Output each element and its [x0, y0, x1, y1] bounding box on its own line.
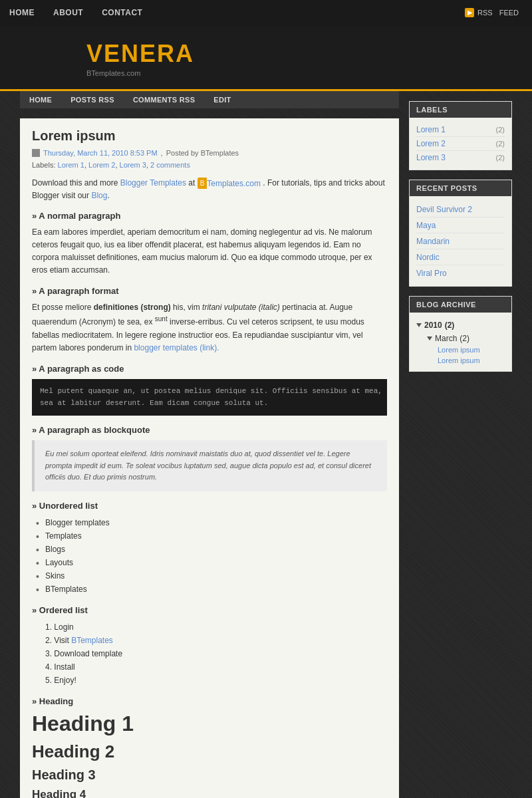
paragraph-format-text: Et posse meliore definitiones (strong) h… — [32, 301, 387, 354]
labels-widget-title: LABELS — [410, 102, 511, 118]
comments-link[interactable]: 2 comments — [150, 161, 190, 169]
blog-post: Lorem ipsum Thursday, March 11, 2010 8:5… — [20, 118, 399, 798]
archive-title: BLOG ARCHIVE — [410, 297, 511, 313]
list-item: Login — [45, 620, 387, 634]
post-nav-edit[interactable]: EDIT — [204, 91, 240, 108]
recent-post-link-3[interactable]: Mandarin — [416, 237, 450, 246]
archive-month-name: March — [435, 334, 457, 343]
label-2[interactable]: Lorem 2 — [88, 161, 115, 169]
list-item: Blogs — [45, 543, 387, 556]
labels-widget: LABELS Lorem 1 (2) Lorem 2 (2) Lorem 3 (… — [409, 101, 512, 170]
normal-paragraph: Ea eam labores imperdiet, aperiam democr… — [32, 226, 387, 277]
nav-about[interactable]: ABOUT — [44, 5, 92, 20]
btemplates-ordered-link[interactable]: BTemplates — [71, 636, 113, 645]
list-item: Templates — [45, 529, 387, 543]
post-date[interactable]: Thursday, March 11, 2010 8:53 PM — [43, 149, 158, 157]
unordered-heading: » Unordered list — [32, 501, 387, 511]
posted-by: Posted by BTemplates — [166, 149, 239, 157]
nav-links: HOME ABOUT CONTACT — [0, 5, 152, 20]
archive-year[interactable]: 2010 (2) — [416, 318, 505, 332]
list-item: Blogger templates — [45, 516, 387, 529]
btemplates-logo: BTemplates.com — [198, 178, 261, 190]
normal-para-heading: » A normal paragraph — [32, 211, 387, 221]
label-link-2[interactable]: Lorem 2 — [416, 139, 446, 148]
list-item: Download template — [45, 647, 387, 660]
label-1[interactable]: Lorem 1 — [58, 161, 84, 169]
heading-section-label: » Heading — [32, 696, 387, 706]
label-item: Lorem 2 (2) — [416, 137, 505, 151]
post-nav-bar: HOME POSTS RSS COMMENTS RSS EDIT — [20, 91, 399, 108]
content-area: HOME POSTS RSS COMMENTS RSS EDIT Lorem i… — [20, 91, 399, 798]
archive-post-link-1[interactable]: Lorem ipsum — [438, 346, 480, 354]
intro-text: Download this and more — [32, 178, 118, 188]
nav-contact[interactable]: CONTACT — [92, 5, 152, 20]
blockquote-heading: » A paragraph as blockquote — [32, 425, 387, 435]
archive-post: Lorem ipsum — [416, 344, 505, 355]
list-item: Install — [45, 660, 387, 674]
rss-area: ▶ RSS FEED — [465, 8, 532, 17]
sidebar: LABELS Lorem 1 (2) Lorem 2 (2) Lorem 3 (… — [399, 91, 512, 798]
recent-post-link-2[interactable]: Maya — [416, 221, 436, 230]
blockquote: Eu mei solum oporteat eleifend. Idris no… — [32, 440, 387, 491]
code-heading: » A paragraph as code — [32, 364, 387, 374]
recent-post-item: Mandarin — [416, 233, 505, 249]
label-link-1[interactable]: Lorem 1 — [416, 125, 446, 134]
recent-posts-widget: RECENT POSTS Devil Survivor 2 Maya Manda… — [409, 180, 512, 287]
feed-label: FEED — [499, 9, 519, 17]
triangle-down-icon — [427, 336, 432, 340]
blogger-templates-link[interactable]: Blogger Templates — [120, 178, 186, 188]
post-nav-home[interactable]: HOME — [20, 91, 61, 108]
calendar-icon — [32, 149, 40, 157]
pf-text-1: Et posse meliore — [32, 303, 91, 312]
post-separator: , — [161, 149, 163, 157]
label-item: Lorem 3 (2) — [416, 151, 505, 164]
post-title: Lorem ipsum — [32, 128, 387, 144]
heading-1: Heading 1 — [32, 712, 387, 736]
heading-3: Heading 3 — [32, 767, 387, 783]
recent-posts-title: RECENT POSTS — [410, 180, 511, 196]
label-3[interactable]: Lorem 3 — [120, 161, 146, 169]
bt-logo-icon: B — [198, 178, 207, 189]
pf-sup: sunt — [155, 315, 168, 323]
post-nav-comments-rss[interactable]: COMMENTS RSS — [124, 91, 204, 108]
main-wrapper: HOME POSTS RSS COMMENTS RSS EDIT Lorem i… — [7, 91, 525, 798]
recent-post-item: Viral Pro — [416, 265, 505, 281]
code-block: Mel putent quaeque an, ut postea melius … — [32, 379, 387, 416]
site-subtitle: BTemplates.com — [86, 69, 446, 77]
archive-post-link-2[interactable]: Lorem ipsum — [438, 356, 480, 364]
nav-home[interactable]: HOME — [0, 5, 44, 20]
post-labels: Labels: Lorem 1, Lorem 2, Lorem 3, 2 com… — [32, 161, 387, 169]
archive-post: Lorem ipsum — [416, 355, 505, 366]
recent-post-item: Maya — [416, 217, 505, 233]
label-count-1: (2) — [496, 126, 505, 134]
label-count-3: (2) — [496, 154, 505, 162]
list-item: Layouts — [45, 556, 387, 569]
rss-icon: ▶ — [465, 8, 474, 17]
recent-post-link-4[interactable]: Nordic — [416, 253, 440, 262]
blog-archive-widget: BLOG ARCHIVE 2010 (2) March (2) Lorem ip… — [409, 296, 512, 372]
label-link-3[interactable]: Lorem 3 — [416, 153, 446, 162]
list-item: Skins — [45, 569, 387, 583]
post-meta: Thursday, March 11, 2010 8:53 PM , Poste… — [32, 149, 387, 157]
pf-text-2: his, vim — [173, 303, 200, 312]
pf-link[interactable]: blogger templates (link). — [134, 343, 219, 352]
labels-content: Lorem 1 (2) Lorem 2 (2) Lorem 3 (2) — [410, 118, 511, 170]
archive-content: 2010 (2) March (2) Lorem ipsum Lorem ips… — [410, 313, 511, 371]
triangle-down-icon — [416, 323, 422, 327]
recent-post-link-5[interactable]: Viral Pro — [416, 269, 447, 278]
post-intro: Download this and more Blogger Templates… — [32, 177, 387, 201]
unordered-list: Blogger templates Templates Blogs Layout… — [45, 516, 387, 596]
list-item: Enjoy! — [45, 674, 387, 687]
recent-post-item: Nordic — [416, 249, 505, 265]
recent-post-link-1[interactable]: Devil Survivor 2 — [416, 205, 472, 214]
recent-post-item: Devil Survivor 2 — [416, 201, 505, 217]
list-item: BTemplates — [45, 583, 387, 596]
blog-link[interactable]: Blog — [91, 191, 107, 200]
bt-logo-text: Templates.com — [207, 178, 261, 190]
post-nav-posts-rss[interactable]: POSTS RSS — [61, 91, 124, 108]
archive-month[interactable]: March (2) — [416, 332, 505, 344]
para-format-heading: » A paragraph format — [32, 286, 387, 296]
pf-bold: definitiones (strong) — [94, 303, 171, 312]
archive-year-count: (2) — [445, 321, 455, 330]
ordered-list: Login Visit BTemplates Download template… — [45, 620, 387, 687]
